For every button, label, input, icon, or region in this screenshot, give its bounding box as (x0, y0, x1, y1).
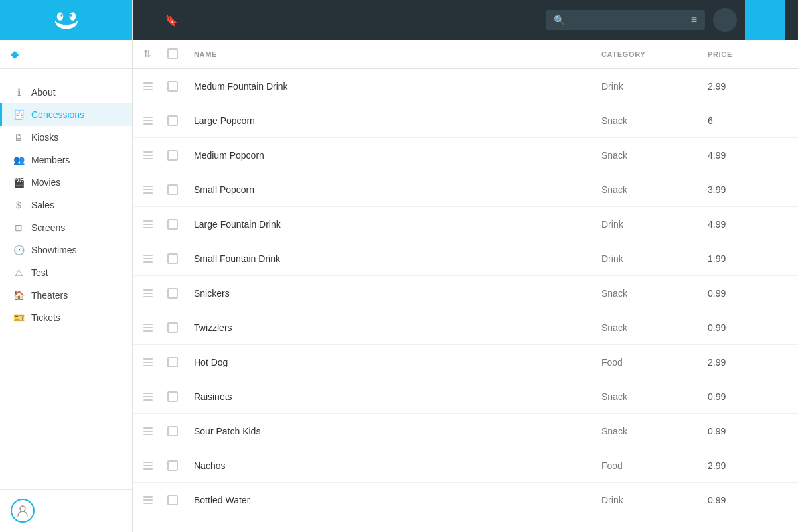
row-drag-handle[interactable] (143, 462, 167, 470)
sidebar-item-members[interactable]: 👥 Members (0, 149, 132, 171)
row-checkbox-cell[interactable] (167, 357, 194, 367)
row-checkbox-cell[interactable] (167, 253, 194, 264)
row-drag-handle[interactable] (143, 117, 167, 125)
row-checkbox[interactable] (167, 150, 178, 161)
row-checkbox[interactable] (167, 288, 178, 299)
row-name-cell: Medium Popcorn (194, 150, 601, 161)
th-name-label: NAME (194, 50, 217, 58)
row-checkbox[interactable] (167, 460, 178, 471)
info-button[interactable] (713, 8, 737, 32)
table-row[interactable]: Large Fountain Drink Drink 4.99 (133, 207, 798, 241)
nav-label-concessions: Concessions (31, 109, 84, 120)
bookmark-icon[interactable]: 🔖 (165, 14, 178, 27)
svg-point-4 (20, 506, 25, 511)
add-button[interactable] (745, 0, 785, 40)
row-drag-handle[interactable] (143, 255, 167, 263)
row-checkbox[interactable] (167, 495, 178, 505)
row-checkbox[interactable] (167, 219, 178, 230)
nav-icon-movies: 🎬 (13, 176, 25, 188)
row-name-cell: Small Fountain Drink (194, 253, 601, 264)
row-drag-handle[interactable] (143, 151, 167, 159)
workspace-selector[interactable]: ◆ (0, 40, 132, 69)
sidebar-item-showtimes[interactable]: 🕐 Showtimes (0, 239, 132, 261)
table-row[interactable]: Nachos Food 2.99 (133, 448, 798, 483)
row-drag-handle[interactable] (143, 186, 167, 194)
row-checkbox-cell[interactable] (167, 460, 194, 471)
sidebar-item-tickets[interactable]: 🎫 Tickets (0, 306, 132, 329)
drag-handle-icon (143, 289, 153, 297)
row-checkbox-cell[interactable] (167, 322, 194, 333)
row-drag-handle[interactable] (143, 82, 167, 90)
row-checkbox[interactable] (167, 184, 178, 195)
row-drag-handle[interactable] (143, 289, 167, 297)
table-row[interactable]: Sour Patch Kids Snack 0.99 (133, 414, 798, 448)
table-row[interactable]: Raisinets Snack 0.99 (133, 379, 798, 414)
row-drag-handle[interactable] (143, 324, 167, 332)
row-checkbox[interactable] (167, 322, 178, 333)
sort-icon[interactable]: ⇅ (143, 48, 151, 59)
th-price: PRICE (708, 48, 787, 60)
table-row[interactable]: Medium Popcorn Snack 4.99 (133, 138, 798, 172)
table-row[interactable]: Hot Dog Food 2.99 (133, 345, 798, 379)
sidebar-item-theaters[interactable]: 🏠 Theaters (0, 284, 132, 306)
table-row[interactable]: Medum Fountain Drink Drink 2.99 (133, 69, 798, 103)
row-drag-handle[interactable] (143, 220, 167, 228)
row-drag-handle[interactable] (143, 393, 167, 401)
row-checkbox[interactable] (167, 253, 178, 264)
sidebar-item-movies[interactable]: 🎬 Movies (0, 171, 132, 194)
sidebar: ◆ ℹ About 🧾 Concessions 🖥 Kiosks 👥 Membe… (0, 0, 133, 532)
nav-label-members: Members (31, 155, 70, 165)
row-checkbox-cell[interactable] (167, 288, 194, 299)
search-icon: 🔍 (554, 15, 565, 25)
row-checkbox-cell[interactable] (167, 184, 194, 195)
sidebar-item-screens[interactable]: ⊡ Screens (0, 216, 132, 239)
row-category-cell: Food (601, 460, 708, 471)
sidebar-item-test[interactable]: ⚠ Test (0, 261, 132, 284)
row-checkbox-cell[interactable] (167, 426, 194, 436)
th-category-label: CATEGORY (601, 50, 645, 58)
svg-point-2 (60, 14, 62, 17)
row-price-cell: 0.99 (708, 391, 787, 402)
row-checkbox-cell[interactable] (167, 115, 194, 126)
select-all-checkbox[interactable] (167, 48, 178, 59)
table-row[interactable]: Bottled Water Drink 0.99 (133, 483, 798, 517)
drag-handle-icon (143, 255, 153, 263)
sidebar-item-kiosks[interactable]: 🖥 Kiosks (0, 126, 132, 149)
row-checkbox-cell[interactable] (167, 391, 194, 402)
row-checkbox-cell[interactable] (167, 219, 194, 230)
table-row[interactable]: Large Popcorn Snack 6 (133, 103, 798, 138)
sidebar-logo-area (0, 0, 132, 40)
row-name-cell: Small Popcorn (194, 184, 601, 195)
row-drag-handle[interactable] (143, 427, 167, 435)
row-category-cell: Drink (601, 81, 708, 92)
row-name-cell: Nachos (194, 460, 601, 471)
table-row[interactable]: Snickers Snack 0.99 (133, 276, 798, 310)
filter-icon[interactable]: ≡ (691, 14, 697, 26)
sidebar-item-about[interactable]: ℹ About (0, 81, 132, 103)
row-checkbox-cell[interactable] (167, 495, 194, 505)
row-category-cell: Snack (601, 322, 708, 333)
row-drag-handle[interactable] (143, 496, 167, 504)
nav-label-movies: Movies (31, 177, 60, 188)
search-box[interactable]: 🔍 ≡ (546, 10, 705, 30)
row-drag-handle[interactable] (143, 358, 167, 366)
row-checkbox[interactable] (167, 357, 178, 367)
row-checkbox-cell[interactable] (167, 150, 194, 161)
table-row[interactable]: Small Fountain Drink Drink 1.99 (133, 241, 798, 276)
th-checkbox[interactable] (167, 48, 194, 59)
row-checkbox[interactable] (167, 81, 178, 92)
table-row[interactable]: Twizzlers Snack 0.99 (133, 310, 798, 345)
nav-items-list: ℹ About 🧾 Concessions 🖥 Kiosks 👥 Members… (0, 81, 132, 489)
row-checkbox-cell[interactable] (167, 81, 194, 92)
row-checkbox[interactable] (167, 391, 178, 402)
row-price-cell: 1.99 (708, 253, 787, 264)
nav-icon-members: 👥 (13, 154, 25, 166)
row-name-cell: Large Popcorn (194, 115, 601, 126)
sidebar-item-concessions[interactable]: 🧾 Concessions (0, 103, 132, 126)
table-row[interactable]: Small Popcorn Snack 3.99 (133, 172, 798, 207)
row-checkbox[interactable] (167, 426, 178, 436)
sidebar-item-sales[interactable]: $ Sales (0, 194, 132, 216)
row-checkbox[interactable] (167, 115, 178, 126)
table-header: ⇅ NAME CATEGORY PRICE (133, 40, 798, 69)
th-drag: ⇅ (143, 48, 167, 60)
